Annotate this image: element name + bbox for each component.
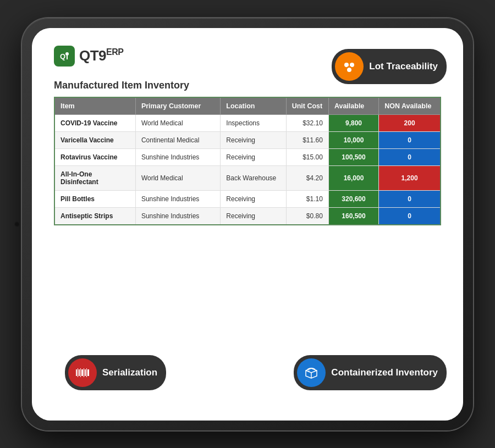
cell-available: 160,500 — [328, 207, 378, 225]
container-badge[interactable]: Containerized Inventory — [294, 355, 447, 390]
cell-customer: Sunshine Industries — [135, 148, 220, 165]
logo-icon: Q — [54, 46, 75, 67]
cell-nonavailable: 200 — [379, 114, 441, 131]
svg-rect-12 — [79, 369, 80, 376]
inventory-table: Item Primary Customer Location Unit Cost… — [54, 97, 441, 225]
cell-item: Varicella Vaccine — [54, 131, 135, 148]
cell-item: Rotavirus Vaccine — [54, 148, 135, 165]
cell-location: Inspections — [221, 114, 286, 131]
serialization-badge[interactable]: Serialization — [65, 355, 166, 390]
svg-rect-15 — [84, 368, 84, 377]
svg-point-6 — [347, 68, 351, 72]
cell-available: 100,500 — [328, 148, 378, 165]
cell-unitcost: $1.10 — [286, 190, 328, 207]
cell-item: COVID-19 Vaccine — [54, 114, 135, 131]
table-row: All-In-One Disinfectant World Medical Ba… — [54, 165, 441, 190]
table-row: Varicella Vaccine Continental Medical Re… — [54, 131, 441, 148]
cell-item: Antiseptic Strips — [54, 207, 135, 225]
lot-traceability-badge[interactable]: Lot Traceability — [332, 49, 447, 84]
cell-nonavailable: 0 — [379, 190, 441, 207]
cell-available: 16,000 — [328, 165, 378, 190]
cell-unitcost: $15.00 — [286, 148, 328, 165]
col-header-available: Available — [328, 97, 378, 115]
cell-unitcost: $4.20 — [286, 165, 328, 190]
cell-available: 9,800 — [328, 114, 378, 131]
col-header-location: Location — [221, 97, 286, 115]
col-header-unitcost: Unit Cost — [286, 97, 328, 115]
screen-content: Q QT9ERP — [32, 28, 463, 421]
cell-nonavailable: 0 — [379, 148, 441, 165]
table-row: Antiseptic Strips Sunshine Industries Re… — [54, 207, 441, 225]
svg-rect-13 — [80, 368, 81, 377]
table-row: Pill Bottles Sunshine Industries Receivi… — [54, 190, 441, 207]
col-header-customer: Primary Customer — [135, 97, 220, 115]
cell-available: 10,000 — [328, 131, 378, 148]
serial-icon — [68, 358, 97, 387]
cell-customer: World Medical — [135, 114, 220, 131]
svg-rect-16 — [85, 369, 86, 376]
svg-rect-10 — [76, 369, 77, 376]
cell-unitcost: $11.60 — [286, 131, 328, 148]
svg-point-2 — [65, 52, 69, 56]
cell-unitcost: $0.80 — [286, 207, 328, 225]
cell-location: Receiving — [221, 207, 286, 225]
cell-customer: World Medical — [135, 165, 220, 190]
cell-location: Receiving — [221, 148, 286, 165]
cell-location: Receiving — [221, 131, 286, 148]
svg-rect-11 — [78, 368, 78, 377]
tablet-frame: Q QT9ERP — [22, 18, 473, 430]
cell-item: All-In-One Disinfectant — [54, 165, 135, 190]
cell-location: Back Warehouse — [221, 165, 286, 190]
tablet-screen: Q QT9ERP — [32, 28, 463, 421]
cell-customer: Sunshine Industries — [135, 207, 220, 225]
serial-badge-label: Serialization — [102, 367, 157, 378]
table-header-row: Item Primary Customer Location Unit Cost… — [54, 97, 441, 115]
cell-nonavailable: 0 — [379, 131, 441, 148]
svg-text:Q: Q — [60, 52, 65, 60]
table-row: Rotavirus Vaccine Sunshine Industries Re… — [54, 148, 441, 165]
cell-customer: Continental Medical — [135, 131, 220, 148]
cell-item: Pill Bottles — [54, 190, 135, 207]
lot-icon — [335, 52, 364, 81]
cell-location: Receiving — [221, 190, 286, 207]
cell-available: 320,600 — [328, 190, 378, 207]
cell-unitcost: $32.10 — [286, 114, 328, 131]
col-header-item: Item — [54, 97, 135, 115]
col-header-nonavailable: NON Available — [379, 97, 441, 115]
container-icon — [297, 358, 326, 387]
svg-rect-14 — [81, 369, 83, 376]
lot-badge-label: Lot Traceability — [369, 61, 438, 72]
svg-rect-18 — [87, 369, 89, 376]
cell-customer: Sunshine Industries — [135, 190, 220, 207]
camera-dot — [14, 222, 20, 227]
logo-text: QT9ERP — [79, 47, 123, 64]
container-badge-label: Containerized Inventory — [331, 367, 438, 378]
cell-nonavailable: 1,200 — [379, 165, 441, 190]
svg-rect-17 — [86, 368, 87, 377]
table-row: COVID-19 Vaccine World Medical Inspectio… — [54, 114, 441, 131]
cell-nonavailable: 0 — [379, 207, 441, 225]
